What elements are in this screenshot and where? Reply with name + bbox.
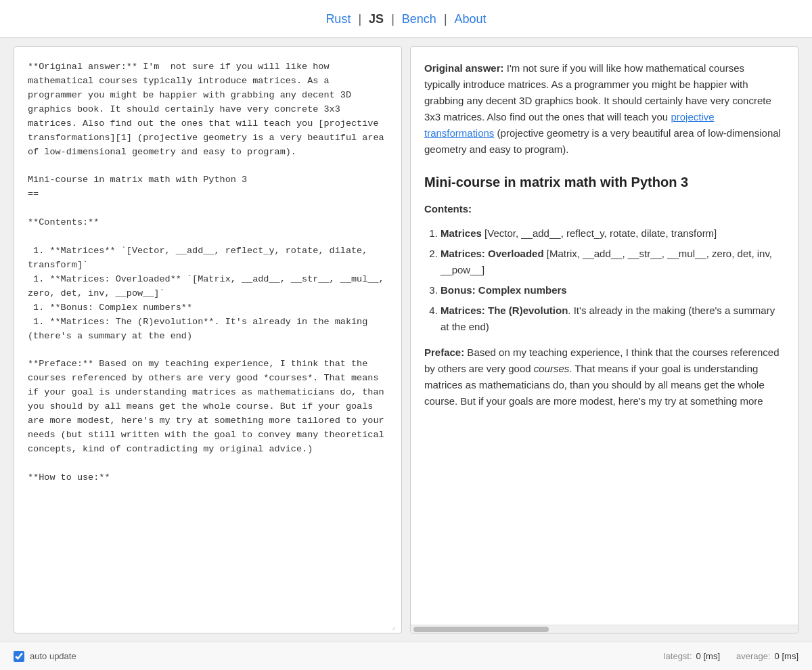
left-panel: **Original answer:** I'm not sure if you…	[14, 46, 402, 633]
contents-list: Matrices [Vector, __add__, reflect_y, ro…	[441, 225, 782, 335]
status-right: lategst: 0 [ms] average: 0 [ms]	[664, 651, 798, 661]
nav-js[interactable]: JS	[369, 12, 384, 26]
nav-sep-2: |	[391, 12, 398, 26]
h-scroll-thumb	[413, 627, 549, 632]
list-item: Matrices [Vector, __add__, reflect_y, ro…	[441, 225, 782, 242]
main-content: **Original answer:** I'm not sure if you…	[0, 38, 812, 642]
preface-label: Preface:	[424, 347, 464, 358]
average-status: average: 0 [ms]	[736, 651, 798, 661]
original-answer-label: Original answer:	[424, 62, 504, 74]
status-left: auto update	[14, 651, 76, 662]
latest-label: lategst:	[664, 651, 692, 661]
list-item-rest: [Vector, __add__, reflect_y, rotate, dil…	[482, 227, 717, 239]
resize-handle[interactable]: ⌟	[392, 623, 400, 631]
nav-bar: Rust | JS | Bench | About	[0, 0, 812, 38]
mini-course-heading: Mini-course in matrix math with Python 3	[424, 171, 782, 193]
list-item: Matrices: The (R)evolution. It's already…	[441, 303, 782, 335]
latest-value: 0 [ms]	[696, 651, 720, 661]
nav-about[interactable]: About	[455, 12, 487, 26]
nav-bench[interactable]: Bench	[402, 12, 436, 26]
list-item-bold: Matrices	[441, 227, 482, 239]
list-item-bold: Matrices: Overloaded	[441, 248, 544, 259]
auto-update-label: auto update	[30, 651, 76, 661]
contents-label: Contents:	[424, 203, 472, 215]
status-bar: auto update lategst: 0 [ms] average: 0 […	[0, 642, 812, 670]
preface-italic: courses	[534, 363, 570, 374]
average-label: average:	[736, 651, 771, 661]
h-scroll-bar[interactable]	[411, 625, 798, 633]
contents-label-para: Contents:	[424, 201, 782, 217]
list-item-bold: Matrices: The (R)evolution	[441, 305, 568, 316]
preface-para: Preface: Based on my teaching experience…	[424, 344, 782, 409]
list-item-bold: Bonus: Complex numbers	[441, 284, 567, 296]
original-answer-para: Original answer: I'm not sure if you wil…	[424, 60, 782, 158]
left-panel-scroll[interactable]: **Original answer:** I'm not sure if you…	[14, 47, 401, 633]
nav-sep-1: |	[358, 12, 365, 26]
list-item: Matrices: Overloaded [Matrix, __add__, _…	[441, 246, 782, 278]
average-value: 0 [ms]	[775, 651, 798, 661]
latest-status: lategst: 0 [ms]	[664, 651, 720, 661]
auto-update-checkbox[interactable]	[14, 651, 24, 662]
right-panel-scroll[interactable]: Original answer: I'm not sure if you wil…	[411, 47, 798, 625]
right-panel: Original answer: I'm not sure if you wil…	[410, 46, 798, 633]
nav-rust[interactable]: Rust	[325, 12, 351, 26]
nav-sep-3: |	[444, 12, 451, 26]
list-item: Bonus: Complex numbers	[441, 282, 782, 298]
